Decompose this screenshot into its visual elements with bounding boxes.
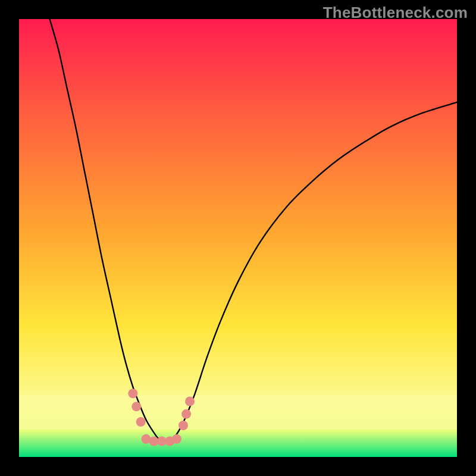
highlight-dot	[172, 434, 181, 444]
highlight-dot	[131, 402, 141, 411]
light-band	[19, 395, 457, 430]
gradient-background	[19, 19, 457, 457]
chart-svg	[19, 19, 457, 457]
highlight-dot	[128, 389, 137, 398]
chart-container: TheBottleneck.com	[0, 0, 476, 476]
highlight-dot	[178, 421, 188, 430]
plot-area	[19, 19, 457, 457]
highlight-dot	[136, 417, 146, 427]
highlight-dot	[185, 397, 195, 406]
highlight-dot	[181, 409, 191, 419]
